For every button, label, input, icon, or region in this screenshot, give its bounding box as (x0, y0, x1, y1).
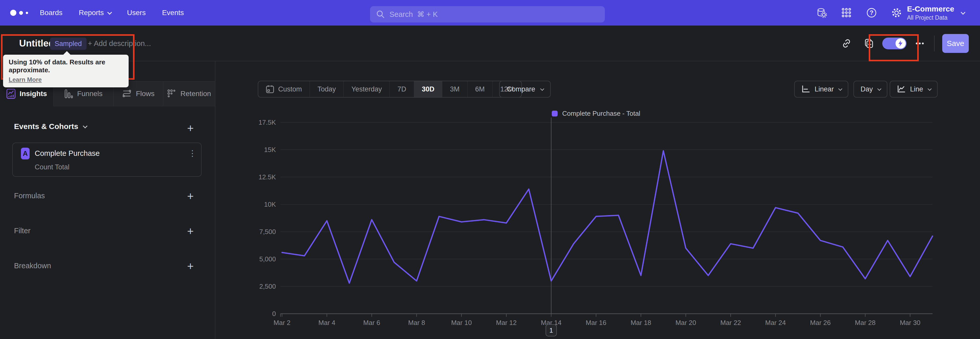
chevron-down-icon (877, 86, 881, 91)
tab-label: Insights (20, 90, 47, 98)
svg-text:?: ? (870, 9, 873, 16)
mixpanel-logo-icon[interactable] (10, 0, 28, 26)
svg-text:Mar 28: Mar 28 (855, 319, 876, 326)
copy-link-icon[interactable] (840, 37, 853, 50)
event-name[interactable]: Complete Purchase (35, 147, 100, 160)
linear-axis-icon (801, 85, 810, 93)
compare-label: Compare (507, 85, 535, 93)
chevron-down-icon (928, 86, 932, 91)
sampling-tooltip: Using 10% of data. Results are approxima… (3, 55, 129, 87)
svg-text:Mar 24: Mar 24 (765, 319, 786, 326)
breakdown-section-label: Breakdown (14, 262, 51, 270)
flows-icon (122, 89, 132, 99)
events-cohorts-header[interactable]: Events & Cohorts (14, 122, 86, 131)
chart-type-dropdown[interactable]: Line (890, 81, 938, 98)
range-3m[interactable]: 3M (442, 81, 468, 97)
sampling-toggle[interactable] (882, 38, 907, 49)
svg-text:5,000: 5,000 (259, 255, 276, 263)
settings-gear-icon[interactable] (891, 7, 902, 19)
svg-text:Mar 22: Mar 22 (720, 319, 741, 326)
svg-text:2,500: 2,500 (259, 283, 276, 290)
event-row-card[interactable]: A Complete Purchase ⋮ Count Total (12, 142, 202, 177)
top-nav: Boards Reports Users Events ? E- (0, 0, 980, 26)
event-series-badge: A (21, 148, 30, 160)
interval-label: Day (861, 85, 873, 93)
annotation-marker[interactable]: 1 (546, 118, 557, 336)
save-button[interactable]: Save (942, 34, 969, 53)
svg-text:Mar 10: Mar 10 (451, 319, 472, 326)
range-custom[interactable]: Custom (258, 81, 310, 97)
retention-icon (167, 89, 177, 98)
header-actions: Save (840, 26, 969, 61)
help-icon[interactable]: ? (865, 7, 877, 19)
scale-dropdown[interactable]: Linear (794, 81, 848, 98)
svg-text:Mar 2: Mar 2 (274, 319, 290, 326)
line-chart-icon (897, 85, 905, 93)
svg-text:17.5K: 17.5K (259, 118, 276, 126)
scale-label: Linear (815, 85, 834, 93)
add-formula-button[interactable]: + (184, 190, 197, 202)
svg-text:1: 1 (549, 326, 553, 334)
svg-text:Mar 20: Mar 20 (676, 319, 696, 326)
nav-item-label: Boards (40, 9, 62, 17)
event-metric[interactable]: Count Total (35, 162, 69, 173)
copy-to-board-icon[interactable] (862, 37, 876, 50)
line-chart[interactable]: 17.5K15K12.5K10K7,5005,0002,5000Mar 2Mar… (215, 107, 980, 339)
interval-dropdown[interactable]: Day (853, 81, 887, 98)
more-menu-icon[interactable] (913, 37, 926, 50)
range-7d[interactable]: 7D (390, 81, 414, 97)
tab-label: Flows (136, 90, 154, 98)
nav-item-reports[interactable]: Reports (79, 9, 111, 17)
events-cohorts-label: Events & Cohorts (14, 122, 78, 131)
compare-button[interactable]: Compare (499, 81, 551, 98)
add-filter-button[interactable]: + (184, 225, 197, 237)
range-yesterday[interactable]: Yesterday (344, 81, 390, 97)
add-breakdown-button[interactable]: + (184, 260, 197, 272)
tooltip-caret (63, 51, 71, 55)
nav-item-events[interactable]: Events (162, 9, 184, 17)
svg-text:15K: 15K (264, 146, 276, 154)
project-selector[interactable]: E-Commerce All Project Data (907, 0, 964, 26)
event-menu-icon[interactable]: ⋮ (187, 147, 197, 160)
series-complete-purchase-total[interactable] (282, 151, 932, 283)
svg-text:12.5K: 12.5K (259, 173, 276, 181)
data-management-icon[interactable] (816, 7, 827, 19)
x-axis-labels: Mar 2Mar 4Mar 6Mar 8Mar 10Mar 12Mar 14Ma… (274, 314, 921, 326)
date-range-segmented-control: Custom Today Yesterday 7D 30D 3M 6M 12M (258, 81, 522, 98)
search-input[interactable] (390, 10, 599, 19)
tooltip-text: Using 10% of data. Results are approxima… (9, 58, 123, 74)
range-6m[interactable]: 6M (468, 81, 493, 97)
svg-text:Mar 4: Mar 4 (318, 319, 335, 326)
project-scope: All Project Data (907, 14, 954, 21)
report-header: Untitled Sampled + Add description... Sa… (0, 26, 980, 61)
calendar-icon (266, 85, 274, 93)
lightning-bolt-icon (897, 40, 904, 47)
funnels-icon (64, 89, 73, 99)
range-today[interactable]: Today (310, 81, 344, 97)
filter-section-label: Filter (14, 227, 30, 235)
range-30d[interactable]: 30D (414, 81, 442, 97)
svg-text:7,500: 7,500 (259, 228, 276, 235)
search-bar[interactable] (370, 6, 605, 22)
nav-item-boards[interactable]: Boards (40, 9, 62, 17)
tab-retention[interactable]: Retention (163, 81, 215, 106)
add-event-button[interactable]: + (184, 122, 197, 134)
svg-text:Mar 30: Mar 30 (900, 319, 921, 326)
svg-text:Mar 16: Mar 16 (586, 319, 606, 326)
sampled-badge[interactable]: Sampled (50, 38, 86, 50)
chevron-down-icon (838, 86, 842, 91)
chevron-down-icon (961, 10, 965, 14)
search-icon (376, 10, 385, 19)
toggle-knob (896, 38, 906, 48)
learn-more-link[interactable]: Learn More (9, 76, 41, 83)
svg-text:Mar 8: Mar 8 (408, 319, 425, 326)
apps-grid-icon[interactable] (841, 7, 853, 19)
nav-item-users[interactable]: Users (127, 9, 146, 17)
nav-item-label: Events (162, 9, 184, 17)
nav-icon-group: ? (816, 0, 902, 26)
svg-text:Mar 26: Mar 26 (810, 319, 831, 326)
tab-label: Funnels (77, 90, 103, 98)
nav-item-label: Reports (79, 9, 104, 17)
chart-type-label: Line (910, 85, 923, 93)
nav-item-label: Users (127, 9, 146, 17)
